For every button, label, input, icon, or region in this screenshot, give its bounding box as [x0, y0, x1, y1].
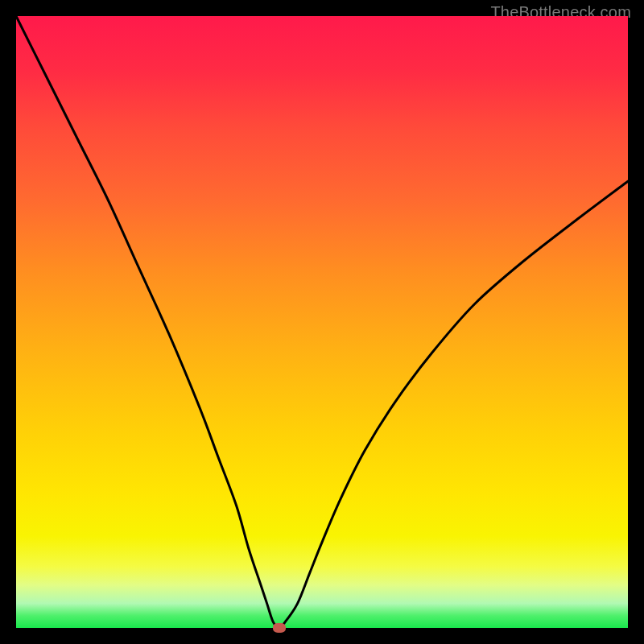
optimal-point-marker: [273, 623, 286, 633]
bottleneck-curve: [16, 16, 628, 628]
plot-area: [16, 16, 628, 628]
chart-frame: TheBottleneck.com: [0, 0, 644, 644]
